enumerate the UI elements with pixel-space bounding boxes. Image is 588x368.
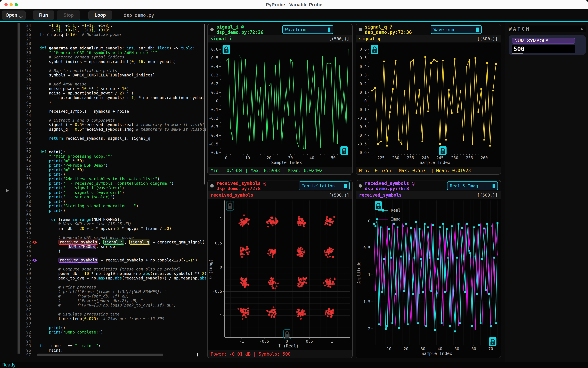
code-line[interactable]: 93: [20, 334, 206, 339]
code-line[interactable]: 34 # Map to constellation points: [20, 68, 206, 73]
code-line[interactable]: 50: [20, 140, 206, 145]
vertical-scrollbar[interactable]: [204, 24, 205, 184]
watch-var-chip[interactable]: NUM_SYMBOLS: [512, 38, 575, 44]
code-line[interactable]: 55 print("PyProbe DSP Demo"): [20, 163, 206, 168]
code-line[interactable]: 83 # print(f"Frame {frame + 1:3d}/{NUM_F…: [20, 289, 206, 294]
x-axis-lock-button[interactable]: X: [340, 146, 348, 155]
code-line[interactable]: 42: [20, 104, 206, 109]
code-line[interactable]: 61 print(" - signal_q (waveform)"): [20, 190, 206, 195]
code-line[interactable]: 60 print(" - signal_i (waveform)"): [20, 186, 206, 190]
constellation-plot[interactable]: -1-0.500.5110.50-0.5-1Q (Imag)YX: [208, 199, 352, 343]
code-line[interactable]: 28: [20, 41, 206, 46]
view-mode-dropdown[interactable]: Real & Imag: [447, 182, 498, 190]
code-line[interactable]: 49 return received_symbols, signal_i, si…: [20, 136, 206, 141]
waveform-plot-signal-i[interactable]: 010203040500.60.50.40.30.20.10-0.1-0.2-0…: [208, 43, 352, 160]
code-line[interactable]: 39 noise = np.sqrt(noise_power / 2) * (: [20, 91, 206, 95]
x-axis-lock-button[interactable]: X: [439, 146, 447, 155]
code-line[interactable]: 94: [20, 339, 206, 343]
code-line[interactable]: 89 time.sleep(0.075) # 75ms per frame = …: [20, 316, 206, 321]
code-line[interactable]: 71 # Generate QAM signal with noise: [20, 235, 206, 240]
code-line[interactable]: 84 # f"SNR={snr_db:.1f} dB, ": [20, 294, 206, 298]
code-line[interactable]: 29def generate_qam_signal(num_symbols: i…: [20, 46, 206, 50]
code-line[interactable]: 81: [20, 280, 206, 285]
code-line[interactable]: 91 print(): [20, 325, 206, 330]
code-line[interactable]: 74 ): [20, 249, 206, 253]
code-line[interactable]: 65 print(): [20, 208, 206, 213]
sidebar-expand-icon[interactable]: [6, 189, 9, 192]
code-line[interactable]: 52def main():: [20, 149, 206, 154]
code-line[interactable]: 35 symbols = QAM16_CONSTELLATION[symbol_…: [20, 73, 206, 77]
code-line[interactable]: 54 print("=" * 50): [20, 158, 206, 163]
code-line[interactable]: 88 # Simulate processing time: [20, 312, 206, 316]
code-line[interactable]: 37 # Add AWGN noise: [20, 82, 206, 86]
code-line[interactable]: 72 received_symbols, signal_i, signal_q …: [20, 240, 206, 244]
code-line[interactable]: 92 print("Demo complete!"): [20, 330, 206, 334]
loop-button[interactable]: Loop: [88, 10, 112, 20]
code-editor[interactable]: 24 +1-3j, +1-1j, +1+1j, +1+3j,25 +3-3j, …: [12, 22, 206, 362]
probe-eye-icon[interactable]: [31, 240, 39, 244]
horizontal-scrollbar[interactable]: [37, 354, 163, 356]
code-line[interactable]: 45 # Extract I and Q components: [20, 118, 206, 122]
y-axis-lock-button[interactable]: Y: [226, 201, 234, 210]
run-button[interactable]: Run: [33, 10, 54, 20]
code-line[interactable]: 24 +1-3j, +1-1j, +1+1j, +1+3j,: [20, 23, 206, 28]
code-line[interactable]: 47 signal_q = 0.5*received_symbols.imag …: [20, 127, 206, 132]
code-line[interactable]: 25 +3-3j, +3-1j, +3+1j, +3+3j: [20, 28, 206, 32]
code-line[interactable]: 67 for frame in range(NUM_FRAMES):: [20, 217, 206, 222]
code-line[interactable]: 70: [20, 231, 206, 235]
code-line[interactable]: 82 # Print progress: [20, 285, 206, 289]
code-line[interactable]: 80 peak_to_avg = np.max(np.abs(received_…: [20, 276, 206, 280]
code-line[interactable]: 32 symbol_indices = np.random.randint(0,…: [20, 59, 206, 64]
code-line[interactable]: 33: [20, 64, 206, 68]
waveform-plot-signal-q[interactable]: 2252302352402452502552600.60.50.40.30.20…: [356, 43, 501, 160]
code-line[interactable]: 64 print("Starting signal generation..."…: [20, 204, 206, 208]
code-line[interactable]: 48: [20, 131, 206, 136]
code-line[interactable]: 40 np.random.randn(num_symbols) + 1j * n…: [20, 95, 206, 100]
code-line[interactable]: 53 """Main processing loop.""": [20, 154, 206, 159]
view-mode-dropdown[interactable]: Constellation: [299, 182, 350, 190]
y-axis-lock-button[interactable]: Y: [222, 45, 230, 54]
code-line[interactable]: 68 # Vary SNR over time (15-25 dB): [20, 222, 206, 226]
code-line[interactable]: 43 received_symbols = symbols + noise: [20, 109, 206, 113]
code-line[interactable]: 87: [20, 307, 206, 312]
code-line[interactable]: 51: [20, 145, 206, 150]
code-line[interactable]: 57 print(): [20, 172, 206, 177]
code-line[interactable]: 73 NUM_SYMBOLS, snr_db: [20, 244, 206, 249]
code-line[interactable]: 95if __name__ == "__main__":: [20, 343, 206, 348]
code-line[interactable]: 85 # f"Power={power_db:.2f} dB, ": [20, 298, 206, 303]
code-line[interactable]: 77: [20, 262, 206, 267]
code-line[interactable]: 36: [20, 77, 206, 82]
watch-header[interactable]: WATCH ▶: [509, 26, 586, 32]
code-line[interactable]: 56 print("=" * 50): [20, 168, 206, 172]
open-button[interactable]: Open: [2, 10, 26, 20]
code-line[interactable]: 27: [20, 37, 206, 41]
code-line[interactable]: 62 print(" - snr_db (scalar)"): [20, 195, 206, 199]
x-axis-lock-button[interactable]: X: [489, 337, 496, 346]
code-line[interactable]: 41 ): [20, 100, 206, 104]
code-line[interactable]: 69 snr_db = 20 + 5 * np.sin(2 * np.pi * …: [20, 226, 206, 231]
y-axis-lock-button[interactable]: Y: [371, 45, 378, 54]
code-line[interactable]: 86 # f"PAPR={20*np.log10(peak_to_avg):.1…: [20, 303, 206, 307]
code-line[interactable]: 44: [20, 113, 206, 118]
code-line[interactable]: 30 """Generate QAM-16 symbols with AWGN …: [20, 50, 206, 55]
view-mode-dropdown[interactable]: Waveform: [431, 25, 482, 34]
code-line[interactable]: 38 noise_power = 10 ** (-snr_db / 10): [20, 86, 206, 91]
watch-item[interactable]: NUM_SYMBOLS 500: [509, 35, 586, 55]
code-line[interactable]: 96 main(): [20, 348, 206, 352]
code-line[interactable]: 26]) / np.sqrt(10) # Normalize power: [20, 32, 206, 37]
code-line[interactable]: 66: [20, 213, 206, 217]
code-line[interactable]: 31 # Generate random symbol indices: [20, 55, 206, 59]
code-line[interactable]: 79 power_db = 10 * np.log10(np.mean(np.a…: [20, 271, 206, 276]
code-line[interactable]: 59 print(" - received_symbols (constella…: [20, 181, 206, 186]
watch-expand-icon[interactable]: ▶: [581, 27, 584, 31]
y-axis-lock-button[interactable]: Y: [375, 201, 382, 210]
code-line[interactable]: 76 received_symbols = received_symbols +…: [20, 258, 206, 262]
code-line[interactable]: 75: [20, 253, 206, 258]
code-line[interactable]: 46 signal_i = 0.5*received_symbols.real …: [20, 122, 206, 127]
real-imag-plot[interactable]: 102030405060700-0.5-1-1.5-2AmplitudeReal…: [356, 199, 501, 351]
view-mode-dropdown[interactable]: Waveform: [282, 25, 333, 34]
code-line[interactable]: 78 # Compute some statistics (these can …: [20, 267, 206, 272]
code-line[interactable]: 63 print(): [20, 199, 206, 204]
editor-gutter-bar[interactable]: [18, 23, 20, 354]
code-line[interactable]: 58 print("Add these variables to the wat…: [20, 177, 206, 181]
